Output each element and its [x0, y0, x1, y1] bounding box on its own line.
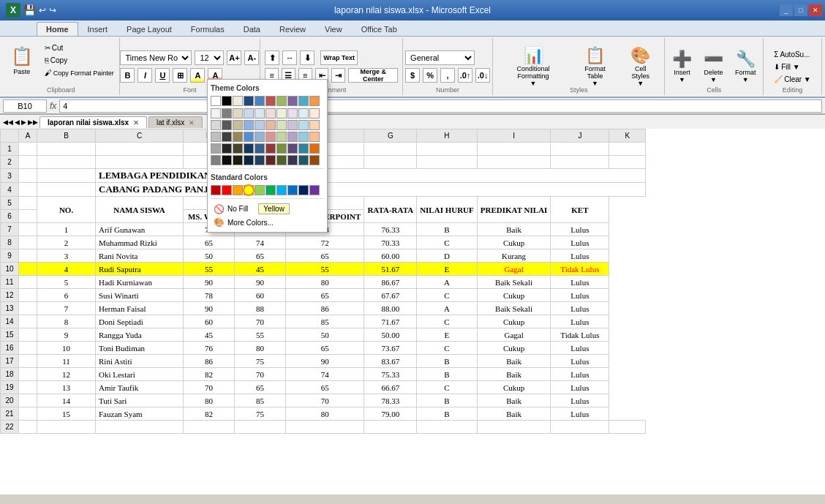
empty-cell[interactable] — [19, 368, 37, 381]
data-cell[interactable]: 90 — [235, 276, 286, 289]
data-cell[interactable]: 3 — [37, 249, 96, 263]
color-swatch-7[interactable] — [287, 155, 298, 165]
color-swatch-6[interactable] — [276, 132, 287, 142]
empty-cell[interactable] — [477, 421, 551, 434]
tab-data[interactable]: Data — [234, 22, 270, 36]
data-cell[interactable]: Lulus — [551, 407, 609, 421]
data-cell[interactable]: Baik — [477, 355, 551, 368]
empty-cell[interactable] — [364, 421, 417, 434]
color-swatch-6[interactable] — [276, 120, 287, 130]
data-cell[interactable]: Tidak Lulus — [551, 328, 609, 342]
data-cell[interactable]: 80 — [286, 407, 364, 421]
data-cell[interactable]: 70 — [184, 381, 235, 394]
color-swatch-8[interactable] — [298, 108, 309, 119]
insert-cells-btn[interactable]: ➕ Insert ▼ — [667, 45, 697, 88]
color-swatch-1[interactable] — [222, 120, 232, 130]
data-cell[interactable]: Tidak Lulus — [551, 263, 609, 276]
empty-cell[interactable] — [19, 289, 37, 302]
data-cell[interactable]: Lulus — [551, 394, 609, 407]
empty-cell[interactable] — [19, 169, 37, 183]
sheet-tab-laporan[interactable]: laporan nilai siswa.xlsx ✕ — [39, 116, 147, 128]
data-cell[interactable]: 86 — [286, 302, 364, 315]
data-cell[interactable]: 55 — [184, 263, 235, 276]
data-cell[interactable]: B — [417, 368, 478, 381]
data-cell[interactable]: 65 — [184, 236, 235, 249]
data-cell[interactable]: Lulus — [551, 368, 609, 381]
data-cell[interactable]: 82 — [184, 407, 235, 421]
data-cell[interactable]: Tuti Sari — [96, 394, 184, 407]
data-cell[interactable]: 76 — [184, 342, 235, 355]
cut-button[interactable]: ✂ Cut — [41, 42, 118, 53]
data-cell[interactable]: Kurang — [477, 249, 551, 263]
sheet-nav-next[interactable]: ▶ — [21, 119, 26, 126]
tab-home[interactable]: Home — [37, 22, 78, 36]
empty-cell[interactable] — [477, 156, 551, 169]
data-cell[interactable]: 50.00 — [364, 328, 417, 342]
underline-btn[interactable]: U — [155, 68, 170, 83]
grid-wrapper[interactable]: A B C D E F G H I J K 123LEMBAGA PENDIDI… — [0, 129, 825, 494]
data-cell[interactable]: 45 — [235, 263, 286, 276]
empty-cell[interactable] — [19, 223, 37, 236]
color-swatch-5[interactable] — [265, 132, 276, 142]
data-cell[interactable]: Rani Novita — [96, 249, 184, 263]
data-cell[interactable]: Doni Septiadi — [96, 315, 184, 328]
formula-input[interactable] — [59, 99, 822, 113]
empty-cell[interactable] — [19, 407, 37, 421]
standard-color-swatch-4[interactable] — [255, 185, 265, 195]
color-swatch-7[interactable] — [287, 96, 298, 106]
color-swatch-0[interactable] — [211, 96, 221, 106]
color-swatch-6[interactable] — [276, 143, 287, 154]
increase-font-btn[interactable]: A+ — [227, 50, 241, 65]
data-cell[interactable]: 88.00 — [364, 302, 417, 315]
data-cell[interactable]: 65 — [286, 342, 364, 355]
empty-cell[interactable] — [19, 210, 37, 223]
color-swatch-6[interactable] — [276, 96, 287, 106]
close-btn[interactable]: ✕ — [809, 4, 822, 16]
cell-styles-btn[interactable]: 🎨 Cell Styles ▼ — [621, 45, 660, 88]
data-cell[interactable]: Baik Sekali — [477, 302, 551, 315]
data-cell[interactable]: 85 — [286, 315, 364, 328]
data-cell[interactable]: 70.33 — [364, 236, 417, 249]
data-cell[interactable]: Lulus — [551, 236, 609, 249]
empty-cell[interactable] — [19, 197, 37, 210]
data-cell[interactable]: 65 — [286, 381, 364, 394]
color-swatch-2[interactable] — [233, 96, 243, 106]
color-swatch-0[interactable] — [211, 155, 221, 165]
color-swatch-3[interactable] — [244, 132, 254, 142]
empty-cell[interactable] — [19, 394, 37, 407]
data-cell[interactable]: Cukup — [477, 289, 551, 302]
sheet-nav-right[interactable]: ▶▶ — [28, 119, 38, 126]
empty-cell[interactable] — [37, 143, 96, 156]
standard-color-swatch-3[interactable] — [244, 185, 254, 195]
data-cell[interactable]: Arif Gunawan — [96, 223, 184, 236]
empty-cell[interactable] — [37, 156, 96, 169]
color-swatch-9[interactable] — [309, 155, 320, 165]
empty-cell[interactable] — [96, 143, 184, 156]
data-cell[interactable]: Lulus — [551, 381, 609, 394]
color-swatch-2[interactable] — [233, 132, 243, 142]
empty-cell[interactable] — [19, 156, 37, 169]
empty-cell[interactable] — [96, 421, 184, 434]
empty-cell[interactable] — [364, 156, 417, 169]
data-cell[interactable]: 15 — [37, 407, 96, 421]
color-swatch-0[interactable] — [211, 108, 221, 119]
sheet-tab-lat[interactable]: lat if.xlsx ✕ — [148, 116, 203, 128]
font-size-select[interactable]: 12 — [195, 50, 224, 65]
data-cell[interactable]: Lulus — [551, 315, 609, 328]
data-cell[interactable]: 60 — [235, 289, 286, 302]
empty-cell[interactable] — [609, 421, 646, 434]
color-swatch-4[interactable] — [255, 155, 265, 165]
align-middle-btn[interactable]: ↔ — [282, 50, 297, 65]
data-cell[interactable]: Lulus — [551, 249, 609, 263]
data-cell[interactable]: Baik — [477, 368, 551, 381]
col-header-j[interactable]: J — [551, 129, 609, 143]
data-cell[interactable]: Lulus — [551, 342, 609, 355]
data-cell[interactable]: 70 — [286, 394, 364, 407]
data-cell[interactable]: 75 — [235, 355, 286, 368]
data-cell[interactable]: A — [417, 302, 478, 315]
cell-reference-input[interactable] — [3, 99, 47, 113]
color-swatch-1[interactable] — [222, 96, 232, 106]
data-cell[interactable]: 90 — [184, 302, 235, 315]
minimize-btn[interactable]: _ — [780, 4, 793, 16]
data-cell[interactable]: C — [417, 342, 478, 355]
